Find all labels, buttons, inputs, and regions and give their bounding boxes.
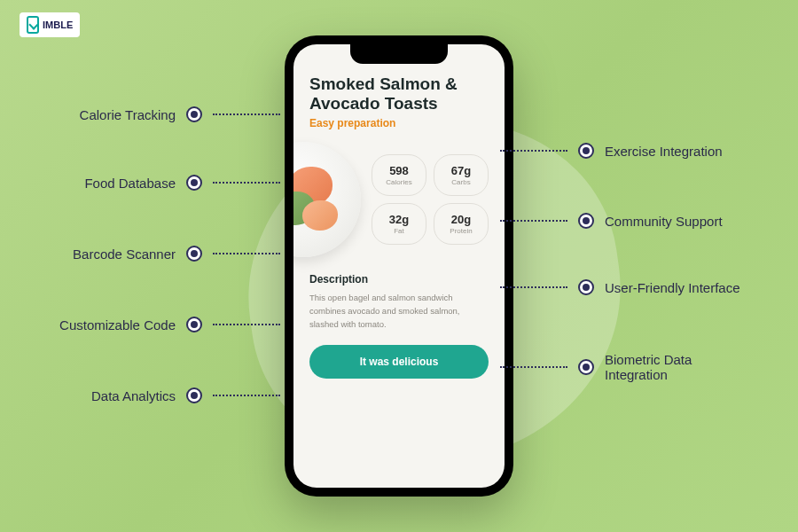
phone-notch — [350, 44, 448, 64]
description-text: This open bagel and salmon sandwich comb… — [309, 291, 489, 332]
recipe-subtitle: Easy preparation — [309, 117, 489, 129]
recipe-title: Smoked Salmon & Avocado Toasts — [309, 74, 489, 113]
feature-biometric-data-integration: Biometric Data Integration — [500, 352, 754, 382]
nutrition-grid: 598 Calories 67g Carbs 32g Fat 20g Prote… — [372, 154, 489, 245]
connector-line — [213, 113, 280, 115]
brand-logo: IMBLE — [20, 12, 80, 37]
feature-calorie-tracking: Calorie Tracking — [44, 106, 280, 122]
feature-community-support: Community Support — [500, 213, 754, 229]
connector-line — [500, 366, 567, 368]
recipe-mid-row: 598 Calories 67g Carbs 32g Fat 20g Prote… — [309, 142, 489, 257]
feature-dot-icon — [578, 359, 594, 375]
feature-dot-icon — [578, 143, 594, 159]
nutrition-carbs: 67g Carbs — [434, 154, 489, 196]
feature-barcode-scanner: Barcode Scanner — [44, 246, 280, 262]
feature-exercise-integration: Exercise Integration — [500, 143, 754, 159]
feature-dot-icon — [186, 317, 202, 332]
feature-dot-icon — [578, 279, 594, 295]
phone-frame: Smoked Salmon & Avocado Toasts Easy prep… — [285, 35, 513, 497]
brand-logo-text: IMBLE — [43, 20, 73, 30]
brand-logo-icon — [27, 16, 39, 34]
feature-dot-icon — [186, 106, 202, 122]
description-heading: Description — [309, 273, 489, 286]
feature-dot-icon — [186, 175, 202, 191]
feature-food-database: Food Database — [44, 175, 280, 191]
connector-line — [213, 182, 280, 184]
nutrition-protein: 20g Protein — [434, 203, 489, 245]
nutrition-calories: 598 Calories — [372, 154, 426, 196]
feature-data-analytics: Data Analytics — [44, 387, 280, 403]
feature-dot-icon — [186, 387, 202, 403]
connector-line — [213, 395, 280, 396]
feature-dot-icon — [578, 213, 594, 229]
cta-button[interactable]: It was delicious — [309, 345, 489, 379]
connector-line — [213, 253, 280, 254]
feature-customizable-code: Customizable Code — [44, 317, 280, 332]
connector-line — [213, 324, 280, 325]
connector-line — [500, 220, 567, 222]
food-image — [293, 142, 363, 257]
feature-dot-icon — [186, 246, 202, 262]
connector-line — [500, 286, 567, 288]
connector-line — [500, 150, 567, 152]
phone-screen: Smoked Salmon & Avocado Toasts Easy prep… — [293, 44, 505, 488]
plate — [293, 142, 361, 257]
nutrition-fat: 32g Fat — [372, 203, 426, 245]
feature-user-friendly-interface: User-Friendly Interface — [500, 279, 754, 295]
